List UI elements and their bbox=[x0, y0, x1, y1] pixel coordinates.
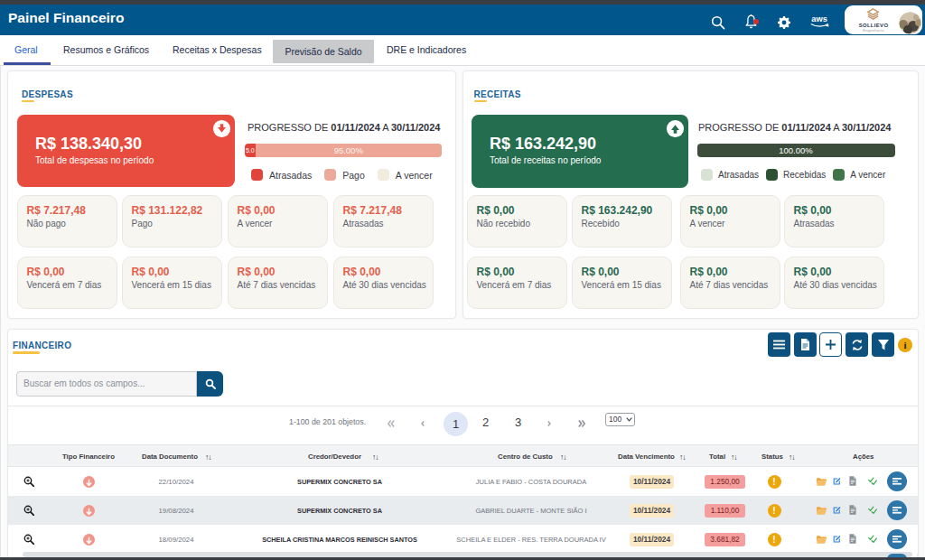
svg-text:aws: aws bbox=[811, 14, 827, 23]
